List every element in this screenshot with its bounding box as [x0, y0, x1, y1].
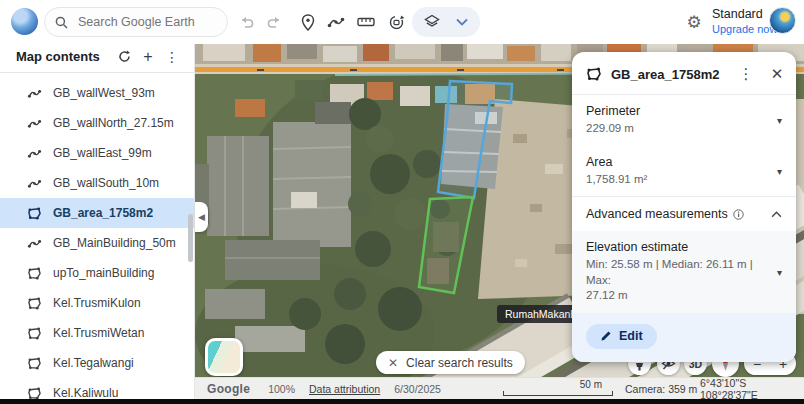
- item-label: Kel.Tegalwangi: [53, 356, 134, 370]
- settings-button[interactable]: ⚙: [680, 8, 708, 36]
- polygon-icon: [27, 387, 42, 400]
- item-label: Kel.Kaliwulu: [53, 386, 118, 400]
- add-button[interactable]: +: [136, 45, 160, 69]
- polygon-icon: [27, 327, 42, 340]
- search-input[interactable]: [76, 14, 206, 30]
- redo-button[interactable]: [260, 8, 288, 36]
- close-icon: ✕: [388, 356, 398, 370]
- path-tool-icon: [327, 15, 345, 29]
- perimeter-row: Perimeter 229.09 m ▾: [572, 95, 796, 146]
- panel-header: GB_area_1758m2 ⋮ ✕: [572, 52, 796, 94]
- item-label: GB_wallWest_93m: [53, 86, 155, 100]
- ruler-icon: [357, 16, 375, 28]
- cursor-coordinates: 6°43'10"S 108°28'37"E: [700, 377, 804, 401]
- item-label: GB_wallSouth_10m: [53, 176, 159, 190]
- item-label: Kel.TrusmiKulon: [53, 296, 141, 310]
- status-bar: Google 100% Data attribution 6/30/2025 5…: [195, 377, 804, 399]
- item-label: GB_area_1758m2: [53, 206, 153, 220]
- advanced-measurements-label: Advanced measurements: [586, 207, 728, 221]
- list-item-polygon[interactable]: Kel.TrusmiKulon: [0, 288, 194, 318]
- elevation-estimate-row: Elevation estimate Min: 25.58 m | Median…: [572, 231, 796, 313]
- chevron-down-icon: [456, 18, 468, 26]
- list-item-path[interactable]: GB_wallSouth_10m: [0, 168, 194, 198]
- plan-info: Standard Upgrade now: [712, 7, 777, 36]
- draw-path-button[interactable]: [322, 8, 350, 36]
- orbit-button[interactable]: [382, 8, 410, 36]
- upgrade-link[interactable]: Upgrade now: [712, 23, 777, 37]
- advanced-measurements-row[interactable]: Advanced measurements: [572, 197, 796, 231]
- google-earth-logo[interactable]: [11, 8, 38, 35]
- top-toolbar: ⚙ Standard Upgrade now: [0, 0, 804, 44]
- imagery-zoom-percent: 100%: [268, 383, 295, 395]
- path-icon: [27, 118, 42, 129]
- elevation-values-line2: 27.12 m: [586, 289, 628, 301]
- list-item-polygon[interactable]: Kel.TrusmiWetan: [0, 318, 194, 348]
- redo-icon: [266, 15, 283, 30]
- list-item-polygon-selected[interactable]: GB_area_1758m2: [0, 198, 194, 228]
- polygon-icon: [27, 267, 42, 280]
- sidebar-collapse-tab[interactable]: ◀: [195, 202, 208, 232]
- layers-button[interactable]: [418, 8, 446, 36]
- scale-bar: [503, 391, 613, 396]
- map-contents-list: GB_wallWest_93m GB_wallNorth_27.15m GB_w…: [0, 73, 194, 404]
- area-value: 1,758.91 m²: [586, 172, 762, 188]
- path-icon: [27, 178, 42, 189]
- undo-button[interactable]: [232, 8, 260, 36]
- list-item-path[interactable]: GB_wallNorth_27.15m: [0, 108, 194, 138]
- perimeter-value: 229.09 m: [586, 121, 762, 137]
- area-unit-dropdown[interactable]: ▾: [777, 165, 782, 176]
- elevation-unit-dropdown[interactable]: ▾: [777, 266, 782, 277]
- google-watermark: Google: [207, 382, 250, 396]
- polygon-icon: [27, 357, 42, 370]
- clear-search-results-button[interactable]: ✕ Clear search results: [376, 351, 525, 374]
- list-item-path[interactable]: GB_MainBuilding_50m: [0, 228, 194, 258]
- path-icon: [27, 88, 42, 99]
- item-label: Kel.TrusmiWetan: [53, 326, 144, 340]
- sidebar-header: Map contents + ⋮: [0, 44, 194, 69]
- polygon-icon: [27, 207, 42, 220]
- account-avatar[interactable]: [769, 7, 796, 34]
- perimeter-label: Perimeter: [586, 104, 762, 118]
- undo-icon: [238, 15, 255, 30]
- refresh-button[interactable]: [112, 45, 136, 69]
- panel-title: GB_area_1758m2: [611, 67, 726, 82]
- edit-button[interactable]: Edit: [586, 324, 657, 349]
- area-row: Area 1,758.91 m² ▾: [572, 146, 796, 197]
- toolbar-expand-button[interactable]: [448, 8, 476, 36]
- elevation-values-line1: Min: 25.58 m | Median: 26.11 m | Max:: [586, 258, 753, 286]
- scale-label: 50 m: [577, 379, 605, 390]
- search-box[interactable]: [44, 7, 228, 37]
- list-item-polygon[interactable]: Kel.Tegalwangi: [0, 348, 194, 378]
- perimeter-unit-dropdown[interactable]: ▾: [777, 115, 782, 126]
- data-attribution-link[interactable]: Data attribution: [309, 383, 380, 395]
- gear-icon: ⚙: [686, 12, 701, 33]
- map-style-thumbnail[interactable]: [205, 338, 243, 376]
- item-label: GB_wallNorth_27.15m: [53, 116, 174, 130]
- sidebar-menu-button[interactable]: ⋮: [160, 45, 184, 69]
- sidebar-scrollbar[interactable]: [188, 214, 193, 262]
- measure-button[interactable]: [352, 8, 380, 36]
- pencil-icon: [600, 330, 612, 342]
- path-icon: [27, 148, 42, 159]
- area-label: Area: [586, 155, 762, 169]
- panel-menu-button[interactable]: ⋮: [735, 63, 757, 85]
- elevation-label: Elevation estimate: [586, 240, 762, 254]
- panel-close-button[interactable]: ✕: [766, 63, 788, 85]
- clear-search-results-label: Clear search results: [406, 356, 513, 370]
- add-placemark-button[interactable]: [294, 8, 322, 36]
- map-scale: 50 m: [503, 382, 617, 397]
- refresh-icon: [118, 50, 131, 63]
- layers-icon: [424, 14, 440, 30]
- search-icon: [55, 16, 68, 29]
- list-item-polygon[interactable]: upTo_mainBuilding: [0, 258, 194, 288]
- map-contents-sidebar: Map contents + ⋮ GB_wallWest_93m GB_wall…: [0, 44, 195, 399]
- bottom-edge-strip: [0, 399, 804, 404]
- chevron-up-icon[interactable]: [771, 211, 782, 218]
- list-item-path[interactable]: GB_wallWest_93m: [0, 78, 194, 108]
- list-item-path[interactable]: GB_wallEast_99m: [0, 138, 194, 168]
- orbit-360-icon: [388, 14, 405, 31]
- placemark-pin-icon: [301, 14, 315, 31]
- edit-section: Edit: [572, 313, 796, 362]
- imagery-date: 6/30/2025: [394, 383, 441, 395]
- polygon-icon: [586, 67, 602, 81]
